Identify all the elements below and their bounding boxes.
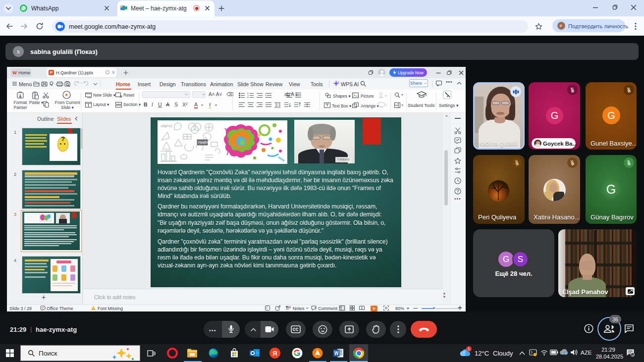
svg-text:HealtH: HealtH — [198, 141, 208, 144]
svg-text:√3a²+2: √3a²+2 — [161, 124, 172, 128]
svg-text:3: 3 — [632, 354, 634, 357]
